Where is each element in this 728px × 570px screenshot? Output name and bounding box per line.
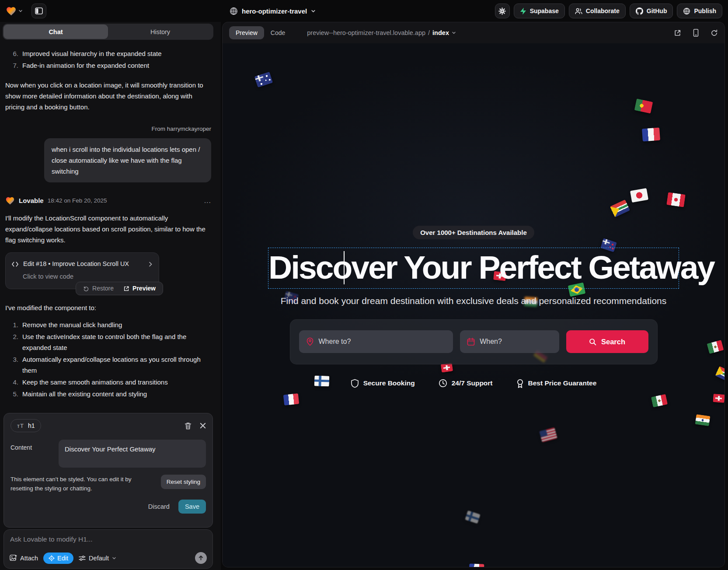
hero-section: Over 1000+ Destinations Available Discov… bbox=[223, 43, 725, 567]
element-tag-pill[interactable]: ᴛT h1 bbox=[10, 419, 41, 432]
feature-row: Secure Booking 24/7 Support Best Price G… bbox=[223, 379, 725, 388]
close-icon[interactable] bbox=[200, 423, 206, 429]
list-item: 6.Improved visual hierarchy in the expan… bbox=[5, 48, 211, 59]
publish-button[interactable]: Publish bbox=[677, 3, 722, 18]
external-link-icon bbox=[123, 286, 129, 292]
typography-icon: ᴛT bbox=[17, 423, 24, 429]
chevron-down-icon bbox=[311, 9, 316, 14]
collaborate-button[interactable]: Collaborate bbox=[569, 3, 626, 18]
feature-support: 24/7 Support bbox=[439, 379, 493, 388]
chat-sidebar: Chat History 6.Improved visual hierarchy… bbox=[0, 22, 221, 570]
shield-icon bbox=[351, 379, 359, 388]
github-button[interactable]: GitHub bbox=[630, 3, 673, 18]
list-item: 7.Fade-in animation for the expanded con… bbox=[5, 60, 211, 71]
search-card: Where to? When? Search bbox=[290, 319, 658, 364]
save-button[interactable]: Save bbox=[178, 500, 206, 514]
chevron-down-icon bbox=[18, 9, 23, 13]
hero-title[interactable]: Discover Your Perfect Getaway bbox=[268, 251, 679, 284]
edit-card[interactable]: Edit #18 • Improve Location Scroll UX Cl… bbox=[5, 252, 159, 289]
award-icon bbox=[516, 379, 524, 388]
clock-icon bbox=[439, 379, 447, 388]
assistant-name: Lovable bbox=[19, 195, 44, 206]
github-icon bbox=[636, 7, 643, 15]
list-item: 4.Keep the same smooth animations and tr… bbox=[5, 377, 211, 388]
github-label: GitHub bbox=[647, 7, 667, 14]
list-item: 5.Maintain all the existing content and … bbox=[5, 388, 211, 399]
url-page: index bbox=[432, 29, 449, 36]
feature-secure-booking: Secure Booking bbox=[351, 379, 415, 388]
message-menu-button[interactable]: ... bbox=[204, 195, 211, 206]
preview-viewport[interactable]: Over 1000+ Destinations Available Discov… bbox=[223, 43, 725, 567]
restore-preview-group: Restore Preview bbox=[76, 282, 163, 295]
send-button[interactable] bbox=[195, 552, 207, 564]
globe-icon bbox=[230, 7, 238, 15]
tab-history[interactable]: History bbox=[108, 24, 212, 39]
trash-icon[interactable] bbox=[185, 422, 192, 430]
preview-edit-button[interactable]: Preview bbox=[118, 283, 160, 294]
chevron-down-icon bbox=[112, 556, 116, 560]
content-textarea[interactable]: Discover Your Perfect Getaway bbox=[59, 440, 206, 468]
restore-button[interactable]: Restore bbox=[78, 283, 118, 294]
where-to-input[interactable]: Where to? bbox=[299, 330, 453, 353]
when-input[interactable]: When? bbox=[460, 330, 559, 353]
sidebar-toggle-button[interactable] bbox=[31, 3, 46, 18]
edit-mode-button[interactable]: Edit bbox=[43, 553, 73, 564]
numbered-list-top: 6.Improved visual hierarchy in the expan… bbox=[5, 48, 211, 71]
url-separator: / bbox=[428, 29, 430, 36]
selected-h1-outline[interactable]: Discover Your Perfect Getaway bbox=[268, 248, 679, 289]
calendar-icon bbox=[467, 338, 475, 346]
project-switcher[interactable]: hero-optimizer-travel bbox=[230, 0, 316, 22]
collaborate-label: Collaborate bbox=[586, 7, 620, 14]
gear-icon bbox=[498, 7, 506, 15]
panel-left-icon bbox=[35, 7, 43, 14]
lovable-heart-icon bbox=[5, 196, 15, 206]
default-model-selector[interactable]: Default bbox=[79, 555, 116, 562]
chat-input-placeholder[interactable]: Ask Lovable to modify H1... bbox=[10, 535, 206, 543]
chat-input-card[interactable]: Ask Lovable to modify H1... Attach Edit bbox=[3, 529, 213, 569]
list-item: 1.Remove the manual click handling bbox=[5, 319, 211, 330]
message-timestamp: 18:42 on Feb 20, 2025 bbox=[48, 195, 107, 206]
preview-url[interactable]: preview--hero-optimizer-travel.lovable.a… bbox=[307, 29, 456, 36]
settings-button[interactable] bbox=[495, 3, 510, 18]
tab-code[interactable]: Code bbox=[271, 29, 285, 36]
assistant-message: I've modified the component to: bbox=[5, 302, 211, 313]
tab-chat[interactable]: Chat bbox=[3, 24, 108, 39]
lovable-logo-menu[interactable] bbox=[6, 6, 23, 17]
feature-best-price: Best Price Guarantee bbox=[516, 379, 597, 388]
search-button[interactable]: Search bbox=[566, 330, 648, 353]
restore-icon bbox=[83, 286, 89, 292]
open-in-new-tab-icon[interactable] bbox=[674, 29, 681, 37]
chat-scroll-area[interactable]: 6.Improved visual hierarchy in the expan… bbox=[0, 43, 221, 413]
content-label: Content bbox=[10, 440, 59, 468]
target-icon bbox=[49, 555, 55, 561]
url-host: preview--hero-optimizer-travel.lovable.a… bbox=[307, 29, 425, 36]
element-tag-name: h1 bbox=[28, 422, 35, 429]
element-editor-panel: ᴛT h1 Content Discover Your Perfect Geta… bbox=[3, 413, 213, 528]
reset-styling-button[interactable]: Reset styling bbox=[161, 475, 206, 489]
search-icon bbox=[589, 338, 596, 346]
refresh-icon[interactable] bbox=[711, 29, 718, 37]
discard-button[interactable]: Discard bbox=[148, 503, 170, 510]
edit-card-title: Edit #18 • Improve Location Scroll UX bbox=[23, 259, 143, 269]
list-item: 3.Automatically expand/collapse location… bbox=[5, 354, 211, 376]
project-name: hero-optimizer-travel bbox=[242, 7, 307, 15]
where-placeholder: Where to? bbox=[319, 338, 351, 346]
preview-panel: Preview Code preview--hero-optimizer-tra… bbox=[222, 22, 725, 567]
assistant-message: I'll modify the LocationScroll component… bbox=[5, 213, 211, 245]
chevron-down-icon bbox=[452, 31, 456, 35]
supabase-label: Supabase bbox=[530, 7, 559, 14]
supabase-icon bbox=[520, 7, 526, 15]
chevron-right-icon bbox=[148, 262, 153, 267]
attach-button[interactable]: Attach bbox=[10, 555, 38, 562]
supabase-button[interactable]: Supabase bbox=[514, 3, 565, 18]
topbar: hero-optimizer-travel Supabase bbox=[0, 0, 728, 22]
arrow-up-icon bbox=[198, 555, 204, 561]
tab-preview[interactable]: Preview bbox=[229, 26, 264, 39]
view-code-link[interactable]: Click to view code bbox=[23, 271, 153, 282]
from-label: From harrymckayroper bbox=[5, 123, 211, 134]
code-icon bbox=[12, 262, 18, 267]
text-caret bbox=[344, 251, 345, 284]
destinations-badge: Over 1000+ Destinations Available bbox=[413, 226, 534, 239]
assistant-header: Lovable 18:42 on Feb 20, 2025 ... bbox=[5, 195, 211, 206]
mobile-view-icon[interactable] bbox=[693, 29, 699, 37]
